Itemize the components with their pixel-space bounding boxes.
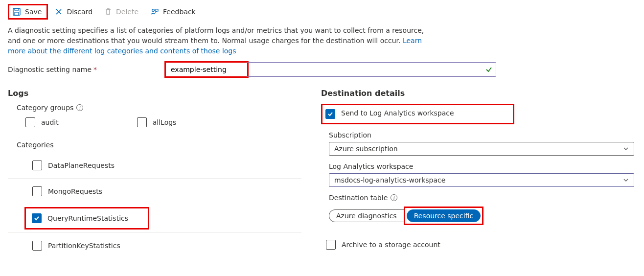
category-label: DataPlaneRequests	[48, 161, 115, 169]
category-row: DataPlaneRequests	[8, 153, 301, 178]
trash-icon	[104, 8, 112, 16]
svg-rect-2	[15, 12, 19, 15]
highlight-queryruntime: QueryRuntimeStatistics	[24, 207, 149, 230]
chevron-down-icon	[623, 177, 629, 183]
category-label: MongoRequests	[48, 187, 102, 195]
required-asterisk: *	[93, 66, 97, 73]
category-row: MongoRequests	[8, 178, 301, 204]
label-audit: audit	[41, 118, 59, 126]
save-label: Save	[25, 8, 42, 16]
checkbox-mongorequests[interactable]	[32, 186, 42, 196]
archive-label: Archive to a storage account	[342, 241, 440, 249]
destination-table-toggle: Azure diagnostics Resource specific	[329, 207, 483, 225]
category-row: PartitionKeyStatistics	[8, 232, 301, 258]
subscription-select[interactable]: Azure subscription	[329, 142, 634, 156]
highlight-resource-specific: Resource specific	[404, 207, 484, 225]
label-alllogs: allLogs	[153, 118, 177, 126]
category-groups-label: Category groups i	[17, 104, 301, 112]
workspace-value: msdocs-log-analytics-workspace	[334, 176, 445, 184]
checkbox-alllogs[interactable]	[137, 117, 147, 127]
subscription-label: Subscription	[329, 131, 634, 139]
checkbox-archive-storage[interactable]	[326, 240, 336, 250]
svg-rect-0	[13, 8, 20, 15]
diagnostic-name-row: Diagnostic setting name*	[0, 56, 644, 85]
categories-label: Categories	[17, 141, 301, 149]
destination-section: Destination details Send to Log Analytic…	[321, 87, 634, 258]
logs-heading: Logs	[8, 89, 301, 98]
diagnostic-name-input[interactable]	[167, 64, 245, 75]
diagnostic-name-label: Diagnostic setting name*	[8, 66, 155, 73]
feedback-label: Feedback	[163, 8, 196, 16]
delete-label: Delete	[116, 8, 138, 16]
pill-azure-diagnostics[interactable]: Azure diagnostics	[329, 209, 404, 222]
feedback-icon	[150, 8, 159, 16]
highlight-send-law: Send to Log Analytics workspace	[321, 104, 514, 124]
info-icon[interactable]: i	[391, 194, 397, 201]
category-label: QueryRuntimeStatistics	[47, 214, 128, 222]
checkbox-send-law[interactable]	[325, 109, 335, 119]
logs-section: Logs Category groups i audit allLogs Cat…	[8, 87, 301, 258]
chevron-down-icon	[623, 146, 629, 152]
highlight-save: Save	[8, 4, 48, 20]
send-law-label: Send to Log Analytics workspace	[341, 109, 454, 119]
save-button[interactable]: Save	[9, 5, 46, 18]
delete-button: Delete	[101, 6, 143, 18]
svg-point-3	[152, 9, 155, 12]
highlight-name-input	[164, 61, 249, 78]
checkbox-partitionkeystatistics[interactable]	[32, 241, 42, 251]
checkbox-queryruntimestatistics[interactable]	[32, 213, 42, 223]
workspace-label: Log Analytics workspace	[329, 162, 634, 170]
category-label: PartitionKeyStatistics	[48, 242, 120, 250]
destination-table-label: Destination table i	[329, 194, 634, 202]
close-icon	[55, 8, 63, 16]
discard-button[interactable]: Discard	[52, 6, 97, 18]
save-icon	[12, 7, 21, 16]
subscription-value: Azure subscription	[334, 145, 398, 153]
feedback-button[interactable]: Feedback	[147, 6, 201, 18]
checkbox-audit[interactable]	[25, 117, 35, 127]
destination-heading: Destination details	[321, 89, 634, 98]
validation-check-icon	[485, 66, 492, 73]
description-text: A diagnostic setting specifies a list of…	[0, 25, 440, 56]
workspace-select[interactable]: msdocs-log-analytics-workspace	[329, 173, 634, 187]
checkbox-dataplanerequests[interactable]	[32, 161, 42, 170]
toolbar: Save Discard Delete Feedback	[0, 0, 644, 25]
pill-resource-specific[interactable]: Resource specific	[407, 209, 481, 222]
discard-label: Discard	[67, 8, 92, 16]
info-icon[interactable]: i	[76, 104, 83, 111]
